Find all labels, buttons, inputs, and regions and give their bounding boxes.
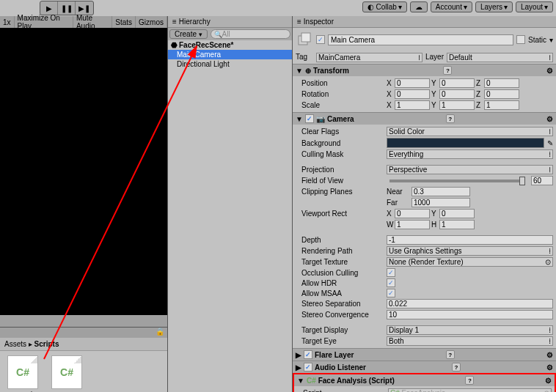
zoom-level[interactable]: 1x (0, 16, 15, 28)
scale-y[interactable] (439, 100, 475, 110)
maximize-toggle[interactable]: Maximize On Play (15, 16, 73, 28)
hierarchy-item-main-camera[interactable]: Main Camera (168, 50, 292, 59)
object-name-field[interactable] (328, 34, 513, 45)
stats-toggle[interactable]: Stats (112, 16, 136, 28)
foldout-icon[interactable]: ▼ (296, 67, 303, 75)
breadcrumb-assets[interactable]: Assets (4, 340, 26, 348)
culling-mask-dropdown[interactable]: Everything⁞ (387, 149, 553, 159)
position-x[interactable] (395, 78, 430, 88)
viewport-x[interactable] (395, 209, 430, 218)
account-button[interactable]: Account▾ (431, 1, 472, 12)
target-display-label: Target Display (296, 326, 384, 334)
hierarchy-panel: ≡Hierarchy Create ▾ 🔍All ⬣FaceRecScene* … (167, 16, 292, 392)
target-display-dropdown[interactable]: Display 1⁞ (387, 325, 553, 335)
viewport-y[interactable] (439, 209, 475, 218)
position-z[interactable] (484, 78, 519, 88)
target-texture-field[interactable]: None (Render Texture)⊙ (387, 257, 553, 267)
gameobject-icon[interactable] (296, 31, 313, 48)
rendering-path-label: Rendering Path (296, 247, 384, 255)
gear-icon[interactable]: ⚙ (546, 351, 553, 359)
play-button[interactable]: ▶ (40, 1, 58, 15)
fov-value[interactable] (531, 176, 553, 185)
tag-dropdown[interactable]: MainCamera⁞ (316, 53, 423, 62)
collab-button[interactable]: ◐Collab▾ (362, 1, 406, 12)
static-label: Static (528, 36, 546, 44)
rotation-x[interactable] (395, 89, 430, 99)
active-checkbox[interactable]: ✓ (316, 35, 325, 44)
script-file-faceanalysis[interactable]: C# FaceAnalysi... (4, 355, 41, 392)
hdr-checkbox[interactable]: ✓ (387, 278, 395, 287)
fov-slider[interactable] (389, 180, 525, 182)
layers-button[interactable]: Layers▾ (475, 1, 513, 12)
layer-dropdown[interactable]: Default⁞ (447, 53, 553, 62)
help-icon[interactable]: ? (452, 363, 461, 371)
foldout-icon[interactable]: ▶ (296, 351, 301, 359)
camera-component: ▼✓📷Camera?⚙ Clear FlagsSolid Color⁞ Back… (293, 112, 556, 348)
csharp-icon: C# (7, 355, 38, 389)
gear-icon[interactable]: ⚙ (546, 115, 553, 123)
step-button[interactable]: ▶❚ (76, 1, 93, 15)
occlusion-checkbox[interactable]: ✓ (387, 268, 395, 277)
collab-icon: ◐ (367, 3, 374, 11)
pause-button[interactable]: ❚❚ (58, 1, 76, 15)
gear-icon[interactable]: ⚙ (546, 67, 553, 75)
foldout-icon[interactable]: ▼ (296, 115, 303, 123)
color-picker-icon[interactable]: ✎ (547, 139, 553, 147)
msaa-checkbox[interactable]: ✓ (387, 289, 395, 297)
script-field[interactable]: C# FaceAnalysis⊙ (388, 388, 552, 392)
lock-icon[interactable]: 🔒 (156, 328, 164, 338)
gear-icon[interactable]: ⚙ (546, 363, 553, 371)
target-eye-dropdown[interactable]: Both⁞ (387, 336, 553, 346)
clear-flags-dropdown[interactable]: Solid Color⁞ (387, 127, 553, 136)
gear-icon[interactable]: ⚙ (545, 377, 552, 385)
layer-label: Layer (425, 53, 444, 62)
hierarchy-tab[interactable]: ≡Hierarchy (168, 16, 292, 28)
clip-near[interactable] (411, 187, 470, 196)
culling-mask-label: Culling Mask (296, 150, 384, 158)
camera-icon: 📷 (316, 115, 325, 123)
scale-x[interactable] (395, 100, 430, 110)
rendering-path-dropdown[interactable]: Use Graphics Settings⁞ (387, 246, 553, 256)
projection-dropdown[interactable]: Perspective⁞ (387, 165, 553, 174)
menu-icon: ≡ (297, 18, 301, 26)
create-button[interactable]: Create ▾ (169, 29, 208, 39)
audio-enabled-checkbox[interactable]: ✓ (304, 363, 312, 371)
scene-root[interactable]: ⬣FaceRecScene* (168, 40, 292, 50)
viewport-h[interactable] (439, 220, 475, 229)
static-dropdown-icon[interactable]: ▾ (549, 36, 553, 44)
script-file-imagecapture[interactable]: C# ImageCaptu... (48, 355, 85, 392)
stereo-conv-field[interactable] (387, 310, 553, 319)
position-y[interactable] (439, 78, 475, 88)
static-checkbox[interactable] (516, 35, 525, 44)
rotation-z[interactable] (484, 89, 519, 99)
help-icon[interactable]: ? (446, 350, 455, 359)
flare-enabled-checkbox[interactable]: ✓ (304, 350, 312, 359)
foldout-icon[interactable]: ▶ (296, 363, 301, 371)
foldout-icon[interactable]: ▼ (297, 377, 304, 385)
help-icon[interactable]: ? (465, 376, 474, 385)
hierarchy-search[interactable]: 🔍All (211, 29, 290, 39)
rotation-y[interactable] (439, 89, 475, 99)
breadcrumb-scripts[interactable]: Scripts (34, 340, 59, 348)
svg-rect-1 (301, 33, 310, 42)
help-icon[interactable]: ? (443, 66, 452, 75)
inspector-tab[interactable]: ≡Inspector (293, 16, 556, 28)
gizmos-toggle[interactable]: Gizmos (136, 16, 167, 28)
hierarchy-item-directional-light[interactable]: Directional Light (168, 59, 292, 69)
game-view[interactable] (0, 28, 167, 315)
camera-enabled-checkbox[interactable]: ✓ (305, 114, 314, 123)
depth-field[interactable] (387, 235, 553, 245)
layout-button[interactable]: Layout▾ (516, 1, 553, 12)
viewport-w[interactable] (395, 220, 430, 229)
cloud-button[interactable]: ☁ (410, 1, 428, 12)
depth-label: Depth (296, 236, 384, 244)
scene-toolbar: 1x Maximize On Play Mute Audio Stats Giz… (0, 16, 167, 28)
help-icon[interactable]: ? (446, 114, 455, 123)
scale-z[interactable] (484, 100, 519, 110)
stereo-sep-field[interactable] (387, 299, 553, 308)
fov-label: Field of View (296, 177, 384, 185)
playback-controls: ▶ ❚❚ ▶❚ (40, 1, 94, 15)
clip-far[interactable] (411, 198, 470, 207)
background-color[interactable] (387, 138, 544, 148)
mute-toggle[interactable]: Mute Audio (73, 16, 112, 28)
